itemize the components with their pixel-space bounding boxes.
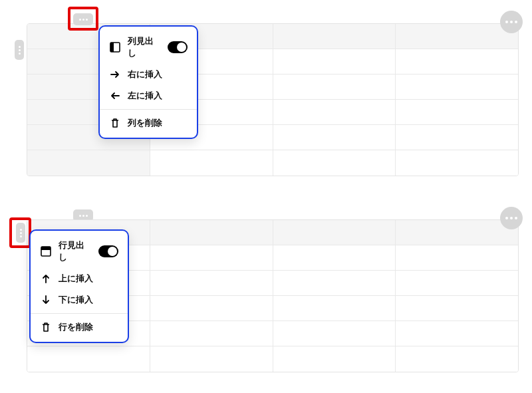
menu-item-label: 右に挿入 (128, 68, 162, 80)
table-cell[interactable] (396, 150, 518, 176)
table-cell[interactable] (27, 150, 150, 176)
table-cell[interactable] (150, 245, 273, 271)
table-cell[interactable] (396, 245, 518, 271)
table-cell[interactable] (273, 100, 396, 125)
menu-item-label: 列を削除 (128, 117, 162, 129)
menu-item-insert-below[interactable]: 下に挿入 (31, 289, 128, 311)
table-cell[interactable] (396, 74, 518, 100)
menu-item-label: 列見出し (128, 35, 161, 59)
table-cell[interactable] (273, 220, 396, 245)
table-cell[interactable] (396, 49, 518, 74)
table-cell[interactable] (150, 220, 273, 245)
menu-item-row-header-toggle[interactable]: 行見出し (31, 235, 128, 268)
menu-item-label: 行を削除 (59, 321, 93, 333)
table-cell[interactable] (273, 346, 396, 372)
table-row (27, 346, 518, 372)
menu-separator (31, 313, 128, 314)
table-cell[interactable] (150, 271, 273, 296)
table-cell[interactable] (273, 24, 396, 49)
svg-rect-3 (41, 247, 51, 250)
table-cell[interactable] (396, 220, 518, 245)
arrow-up-icon (40, 273, 52, 285)
menu-item-column-header-toggle[interactable]: 列見出し (100, 31, 197, 64)
table-cell[interactable] (273, 321, 396, 346)
row-handle[interactable] (15, 40, 24, 60)
trash-icon (109, 117, 121, 129)
row-context-menu: 行見出し 上に挿入 下に挿入 行を削除 (29, 229, 129, 343)
table-more-button[interactable] (500, 11, 523, 33)
column-handle[interactable] (73, 13, 93, 25)
table-cell[interactable] (150, 296, 273, 321)
toggle-on-icon[interactable] (98, 245, 118, 257)
menu-item-label: 上に挿入 (59, 273, 93, 285)
menu-item-insert-above[interactable]: 上に挿入 (31, 268, 128, 289)
table-cell[interactable] (150, 150, 273, 176)
table-cell[interactable] (396, 346, 518, 372)
table-example-column: 列見出し 右に挿入 左に挿入 列を削除 (0, 7, 532, 190)
table-cell[interactable] (396, 271, 518, 296)
menu-item-delete-column[interactable]: 列を削除 (100, 112, 197, 134)
table-cell[interactable] (273, 49, 396, 74)
table-cell[interactable] (396, 100, 518, 125)
table-cell[interactable] (396, 125, 518, 150)
menu-item-label: 下に挿入 (59, 294, 93, 306)
arrow-right-icon (109, 68, 121, 80)
table-cell[interactable] (273, 125, 396, 150)
table-cell[interactable] (396, 296, 518, 321)
row-header-icon (40, 245, 52, 257)
table-cell[interactable] (396, 321, 518, 346)
table-example-row: 行見出し 上に挿入 下に挿入 行を削除 (0, 203, 532, 386)
menu-item-delete-row[interactable]: 行を削除 (31, 317, 128, 338)
menu-item-insert-left[interactable]: 左に挿入 (100, 85, 197, 106)
table-cell[interactable] (396, 24, 518, 49)
row-handle[interactable] (16, 223, 25, 243)
table-cell[interactable] (273, 245, 396, 271)
table-row (27, 150, 518, 176)
column-context-menu: 列見出し 右に挿入 左に挿入 列を削除 (98, 25, 198, 139)
table-cell[interactable] (273, 150, 396, 176)
svg-rect-1 (110, 43, 114, 52)
table-cell[interactable] (273, 296, 396, 321)
arrow-left-icon (109, 90, 121, 102)
arrow-down-icon (40, 294, 52, 306)
trash-icon (40, 321, 52, 333)
table-more-button[interactable] (500, 207, 523, 229)
table-cell[interactable] (27, 346, 150, 372)
column-header-icon (109, 41, 121, 53)
table-cell[interactable] (150, 321, 273, 346)
table-cell[interactable] (150, 346, 273, 372)
toggle-on-icon[interactable] (168, 41, 188, 53)
menu-item-label: 行見出し (59, 239, 92, 263)
table-cell[interactable] (273, 74, 396, 100)
menu-item-insert-right[interactable]: 右に挿入 (100, 64, 197, 85)
menu-item-label: 左に挿入 (128, 90, 162, 102)
menu-separator (100, 109, 197, 110)
table-cell[interactable] (273, 271, 396, 296)
